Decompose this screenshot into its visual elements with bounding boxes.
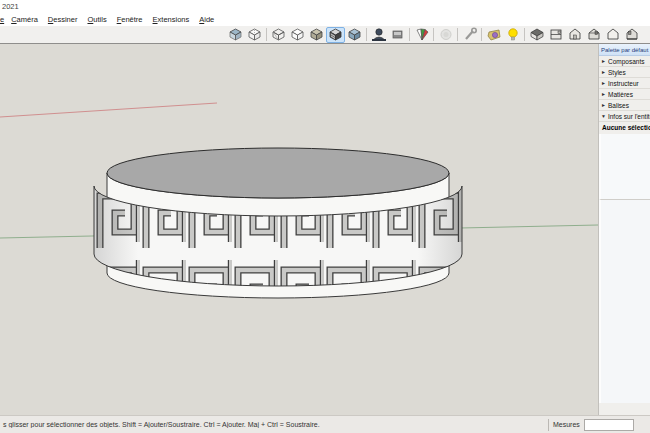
back-edges-face-style-icon[interactable] — [245, 27, 264, 43]
shaded-face-style-icon[interactable] — [307, 27, 326, 43]
panel-label: Composants — [608, 56, 645, 67]
menu-item-camera[interactable]: Caméra — [6, 13, 43, 26]
wrench-icon[interactable] — [460, 27, 479, 43]
chevron-right-icon: ► — [601, 56, 606, 67]
toolbar-separator — [266, 28, 267, 41]
monochrome-face-style-icon[interactable] — [345, 27, 364, 43]
menu-item-dessiner[interactable]: Dessiner — [43, 13, 83, 26]
panel-composants[interactable]: ► Composants — [599, 56, 650, 67]
position-camera-icon[interactable] — [369, 27, 388, 43]
hidden-line-face-style-icon[interactable] — [288, 27, 307, 43]
menu-item-outils[interactable]: Outils — [82, 13, 111, 26]
styles-fan-icon[interactable] — [412, 27, 431, 43]
fog-icon[interactable] — [436, 27, 455, 43]
panel-entity-info[interactable]: ▼ Infos sur l'entité — [599, 111, 650, 122]
panel-instructeur[interactable]: ► Instructeur — [599, 78, 650, 89]
shaded-with-textures-face-style-icon[interactable] — [326, 27, 345, 43]
menu-item-aide[interactable]: Aide — [194, 13, 219, 26]
lightbulb-icon[interactable] — [503, 27, 522, 43]
panel-styles[interactable]: ► Styles — [599, 67, 650, 78]
xray-face-style-icon[interactable] — [226, 27, 245, 43]
tray-empty-area — [599, 200, 650, 403]
menu-bar: e Caméra Dessiner Outils Fenêtre Extensi… — [0, 13, 650, 26]
toolbar-separator — [481, 28, 482, 41]
look-around-icon[interactable] — [388, 27, 407, 43]
panel-balises[interactable]: ► Balises — [599, 100, 650, 111]
measurements-box: Mesures — [548, 419, 634, 431]
chevron-down-icon: ▼ — [601, 111, 606, 122]
status-bar: s glisser pour sélectionner des objets. … — [0, 415, 650, 433]
status-hint-text: s glisser pour sélectionner des objets. … — [0, 421, 548, 428]
model-greek-key-ring[interactable] — [94, 148, 462, 298]
tray-header[interactable]: Palette par défaut — [599, 44, 650, 56]
chevron-right-icon: ► — [601, 89, 606, 100]
toolbar-separator — [366, 28, 367, 41]
toolbar-spacer — [0, 34, 226, 35]
measurements-input[interactable] — [584, 419, 634, 431]
iso-view-icon[interactable] — [527, 27, 546, 43]
wireframe-face-style-icon[interactable] — [269, 27, 288, 43]
back-view-icon[interactable] — [603, 27, 622, 43]
menu-item-fenetre[interactable]: Fenêtre — [112, 13, 148, 26]
toolbar-separator — [457, 28, 458, 41]
model-top-face — [107, 148, 449, 198]
model-viewport[interactable] — [0, 44, 598, 415]
toolbar-separator — [524, 28, 525, 41]
front-view-icon[interactable] — [565, 27, 584, 43]
top-view-icon[interactable] — [546, 27, 565, 43]
panel-label: Matières — [608, 89, 633, 100]
panel-label: Balises — [608, 100, 629, 111]
right-view-icon[interactable] — [584, 27, 603, 43]
chevron-right-icon: ► — [601, 100, 606, 111]
entity-info-panel-body — [599, 134, 650, 200]
chevron-right-icon: ► — [601, 78, 606, 89]
chevron-right-icon: ► — [601, 67, 606, 78]
menu-item-extensions[interactable]: Extensions — [148, 13, 195, 26]
left-view-icon[interactable] — [622, 27, 641, 43]
window-title: 2021 — [0, 0, 650, 13]
panel-label: Instructeur — [608, 78, 639, 89]
main-toolbar — [0, 26, 650, 44]
toolbar-separator — [433, 28, 434, 41]
panel-label: Infos sur l'entité — [608, 111, 650, 122]
panel-label: Styles — [608, 67, 626, 78]
red-axis-line — [0, 103, 217, 117]
entity-info-status: Aucune sélection — [599, 122, 650, 134]
toolbar-separator — [409, 28, 410, 41]
measurements-label: Mesures — [553, 421, 580, 428]
sandbox-icon[interactable] — [484, 27, 503, 43]
panel-matieres[interactable]: ► Matières — [599, 89, 650, 100]
default-tray: Palette par défaut ► Composants ► Styles… — [598, 44, 650, 415]
